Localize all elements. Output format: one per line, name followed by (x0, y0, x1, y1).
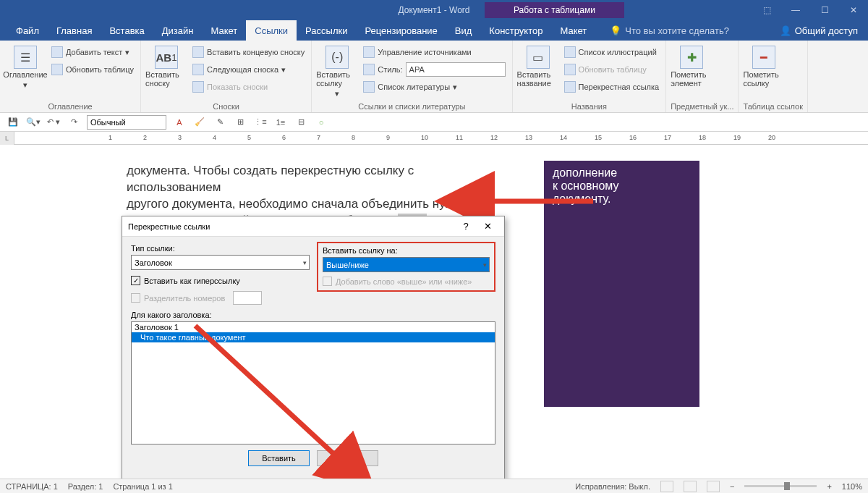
ref-type-combo[interactable]: Заголовок (131, 255, 310, 270)
cross-reference-button[interactable]: Перекрестная ссылка (562, 79, 662, 95)
insert-footnote-button[interactable]: AB1Вставить сноску (145, 43, 187, 88)
heading-listbox[interactable]: Заголовок 1 Что такое главный документ (131, 321, 495, 444)
view-web-icon[interactable] (707, 481, 720, 492)
redo-icon[interactable]: ↷ (67, 115, 81, 130)
status-section[interactable]: Раздел: 1 (68, 482, 103, 491)
multilevel-icon[interactable]: ⊟ (294, 115, 308, 130)
sidebar-textbox[interactable]: дополнение к основному документу. (544, 161, 699, 407)
toc-label: Оглавление (3, 70, 47, 79)
insert-caption-button[interactable]: ▭Вставить название (517, 43, 559, 88)
zoom-slider[interactable] (744, 485, 817, 487)
group-citations-label: Ссылки и списки литературы (316, 101, 507, 112)
undo-icon[interactable]: ↶ ▾ (46, 115, 61, 130)
numbering-icon[interactable]: 1≡ (273, 115, 288, 130)
list-item-selected[interactable]: Что такое главный документ (132, 332, 495, 342)
dialog-close-icon[interactable]: ✕ (477, 221, 498, 232)
add-text-button[interactable]: Добавить текст ▾ (49, 44, 136, 60)
tab-view[interactable]: Вид (446, 20, 481, 41)
tab-file[interactable]: Файл (7, 20, 48, 41)
tab-insert[interactable]: Вставка (101, 20, 153, 41)
chevron-down-icon: ▾ (23, 80, 27, 90)
caption-label: Вставить название (517, 70, 559, 88)
table-tools-context[interactable]: Работа с таблицами (485, 2, 624, 18)
style-value[interactable]: APA (406, 62, 506, 77)
bibliography-button[interactable]: Список литературы ▾ (361, 79, 507, 95)
tab-constructor[interactable]: Конструктор (480, 20, 551, 41)
print-preview-icon[interactable]: 🔍▾ (26, 115, 41, 130)
ribbon-options-icon[interactable]: ⬚ (752, 0, 781, 20)
tab-layout2[interactable]: Макет (551, 20, 595, 41)
biblio-icon (363, 81, 375, 93)
style-dropdown[interactable]: Обычный (87, 115, 166, 130)
ruler[interactable]: L 1234567891011121314151617181920 (0, 132, 868, 145)
insert-citation-button[interactable]: (-)Вставить ссылку▾ (316, 43, 358, 98)
quick-access-toolbar: 💾 🔍▾ ↶ ▾ ↷ Обычный A 🧹 ✎ ⊞ ⋮≡ 1≡ ⊟ ○ (0, 113, 868, 132)
save-icon[interactable]: 💾 (6, 115, 20, 130)
group-toc-label: Оглавление (4, 101, 136, 112)
sources-icon (363, 46, 375, 58)
group-authorities-label: Таблица ссылок (743, 101, 803, 112)
insert-button[interactable]: Вставить (248, 450, 310, 466)
circle-icon[interactable]: ○ (314, 115, 328, 130)
font-color-icon[interactable]: A (172, 115, 187, 130)
dialog-help-icon[interactable]: ? (455, 221, 477, 232)
view-read-icon[interactable] (660, 481, 673, 492)
tab-review[interactable]: Рецензирование (356, 20, 446, 41)
update-toc-button[interactable]: Обновить таблицу (49, 62, 136, 77)
zoom-out-icon[interactable]: − (730, 482, 734, 491)
citation-label: Вставить ссылку (316, 70, 358, 88)
clear-format-icon[interactable]: 🧹 (192, 115, 207, 130)
toc-button[interactable]: ☰Оглавление▾ (4, 43, 46, 90)
ribbon: ☰Оглавление▾ Добавить текст ▾ Обновить т… (0, 41, 868, 113)
bullets-icon[interactable]: ⋮≡ (253, 115, 268, 130)
horizontal-ruler[interactable]: 1234567891011121314151617181920 (14, 132, 868, 145)
highlighted-region: Вставить ссылку на: Выше/ниже Добавить с… (317, 242, 495, 292)
footnote-label: Вставить сноску (145, 70, 187, 88)
group-footnotes-label: Сноски (145, 101, 307, 112)
tab-design[interactable]: Дизайн (153, 20, 203, 41)
ref-type-label: Тип ссылки: (131, 244, 310, 253)
tab-references[interactable]: Ссылки (246, 20, 297, 41)
dialog-titlebar[interactable]: Перекрестные ссылки ? ✕ (122, 216, 504, 237)
close-icon[interactable]: ✕ (839, 0, 868, 20)
citation-style-select[interactable]: Стиль: APA (361, 62, 507, 77)
share-label: Общий доступ (795, 25, 858, 36)
cross-reference-dialog: Перекрестные ссылки ? ✕ Тип ссылки: Заго… (122, 216, 505, 484)
insert-ref-to-label: Вставить ссылку на: (323, 246, 490, 255)
list-item[interactable]: Заголовок 1 (132, 322, 495, 332)
add-text-icon (51, 46, 63, 58)
mark-entry-icon: ✚ (680, 46, 703, 69)
tell-me-search[interactable]: 💡 Что вы хотите сделать? (610, 25, 729, 36)
insert-ref-to-combo[interactable]: Выше/ниже (323, 257, 490, 272)
document-title: Документ1 - Word (398, 5, 469, 15)
zoom-level[interactable]: 110% (842, 482, 862, 491)
tab-layout[interactable]: Макет (202, 20, 246, 41)
tab-home[interactable]: Главная (48, 20, 101, 41)
status-track-changes[interactable]: Исправления: Выкл. (575, 482, 650, 491)
format-painter-icon[interactable]: ✎ (213, 115, 227, 130)
next-footnote-button[interactable]: Следующая сноска ▾ (190, 62, 307, 77)
status-page-of[interactable]: Страница 1 из 1 (113, 482, 172, 491)
status-bar: СТРАНИЦА: 1 Раздел: 1 Страница 1 из 1 Ис… (0, 479, 868, 493)
add-above-below-checkbox: Добавить слово «выше» или «ниже» (323, 277, 490, 286)
close-button[interactable]: Закрыть (317, 450, 378, 466)
table-of-figures-button[interactable]: Список иллюстраций (562, 44, 662, 60)
status-page[interactable]: СТРАНИЦА: 1 (6, 482, 58, 491)
zoom-in-icon[interactable]: + (827, 482, 831, 491)
mark-entry-button[interactable]: ✚Пометить элемент (671, 43, 712, 88)
group-footnotes: AB1Вставить сноску Вставить концевую сно… (141, 41, 312, 112)
mark-citation-button[interactable]: ━Пометить ссылку (743, 43, 785, 88)
dialog-title: Перекрестные ссылки (128, 222, 455, 231)
manage-sources-button[interactable]: Управление источниками (361, 44, 507, 60)
endnote-icon (192, 46, 204, 58)
insert-endnote-button[interactable]: Вставить концевую сноску (190, 44, 307, 60)
insert-hyperlink-checkbox[interactable]: ✓Вставить как гиперссылку (131, 276, 310, 285)
view-print-icon[interactable] (684, 481, 697, 492)
table-icon[interactable]: ⊞ (233, 115, 247, 130)
update-icon (51, 64, 63, 75)
maximize-icon[interactable]: ☐ (810, 0, 839, 20)
tab-mailings[interactable]: Рассылки (297, 20, 356, 41)
footnote-icon: AB1 (155, 46, 178, 69)
share-button[interactable]: 👤 Общий доступ (770, 25, 868, 36)
minimize-icon[interactable]: — (781, 0, 810, 20)
